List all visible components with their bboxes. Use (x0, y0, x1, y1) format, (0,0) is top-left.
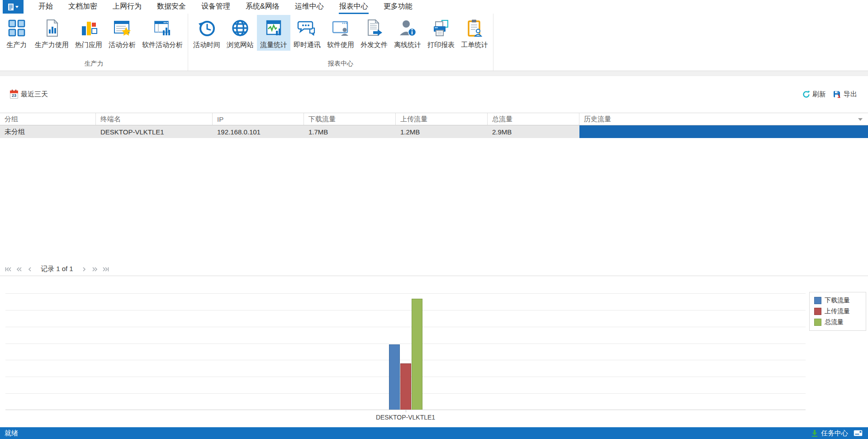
app-menu-button[interactable] (3, 0, 24, 14)
tab-more-features[interactable]: 更多功能 (376, 0, 420, 14)
tab-home[interactable]: 开始 (31, 0, 61, 14)
traffic-chart-section: DESKTOP-VLKTLE1 下载流量 上传流量 总流量 (0, 276, 868, 427)
last-page-button[interactable] (101, 265, 110, 274)
chart-plot: DESKTOP-VLKTLE1 (5, 293, 806, 410)
chart-bar-1 (400, 363, 411, 410)
person-info-icon (397, 17, 418, 39)
window-chart-icon (152, 17, 173, 39)
traffic-pulse-icon (263, 17, 285, 39)
tab-system-network[interactable]: 系统&网络 (238, 0, 287, 14)
cell-history (579, 125, 868, 138)
table-empty-area (0, 138, 868, 262)
ribbon-button-productivity[interactable]: 生产力 (2, 15, 32, 51)
traffic-table: 分组 终端名 IP 下载流量 上传流量 总流量 历史流量 未分组 DESKTOP… (0, 113, 868, 138)
column-dropdown-icon[interactable] (858, 118, 863, 121)
task-center-button[interactable]: 任务中心 (811, 429, 848, 438)
table-header: 分组 终端名 IP 下载流量 上传流量 总流量 历史流量 (0, 113, 868, 125)
bar-chart-icon (78, 17, 100, 39)
export-save-icon (833, 91, 841, 98)
ribbon-button-outgoing-files[interactable]: 外发文件 (357, 15, 391, 51)
column-header-download[interactable]: 下载流量 (304, 113, 396, 125)
first-page-button[interactable] (4, 265, 13, 274)
legend-swatch-2 (814, 319, 821, 326)
window-person-icon (330, 17, 351, 39)
history-traffic-bar (579, 125, 868, 138)
cell-total: 2.9MB (488, 125, 579, 138)
legend-swatch-1 (814, 308, 821, 315)
refresh-icon (802, 91, 810, 98)
chart-legend: 下载流量 上传流量 总流量 (809, 292, 866, 331)
tab-bar: 开始 文档加密 上网行为 数据安全 设备管理 系统&网络 运维中心 报表中心 更… (0, 0, 868, 14)
minimized-window-icon[interactable] (854, 430, 863, 436)
ribbon-group-label-report-center: 报表中心 (190, 58, 491, 71)
export-button[interactable]: 导出 (833, 90, 857, 99)
status-bar: 就绪 任务中心 (0, 427, 868, 439)
ribbon-button-productivity-usage[interactable]: 生产力使用 (32, 15, 72, 51)
legend-item-download: 下载流量 (814, 296, 861, 305)
document-chart-icon (41, 17, 63, 39)
ribbon-tabs: 开始 文档加密 上网行为 数据安全 设备管理 系统&网络 运维中心 报表中心 更… (31, 0, 420, 14)
ribbon-button-activity-time[interactable]: 活动时间 (190, 15, 223, 51)
x-axis-category-label: DESKTOP-VLKTLE1 (376, 414, 435, 421)
next-page-button[interactable] (80, 265, 89, 274)
chart-bar-0 (389, 344, 400, 410)
ribbon-button-browse-websites[interactable]: 浏览网站 (223, 15, 257, 51)
legend-item-total: 总流量 (814, 318, 861, 326)
tab-ops-center[interactable]: 运维中心 (287, 0, 332, 14)
ribbon-group-label-productivity: 生产力 (2, 58, 186, 71)
ribbon-button-software-usage[interactable]: 软件使用 (324, 15, 357, 51)
ribbon-button-print-report[interactable]: 打印报表 (424, 15, 458, 51)
chat-icon (296, 17, 318, 39)
column-header-upload[interactable]: 上传流量 (396, 113, 488, 125)
pagination-bar: 记录 1 of 1 (0, 262, 868, 276)
ribbon: 生产力 生产力使用 热门应用 活动分析 (0, 14, 868, 71)
clock-history-icon (196, 17, 218, 39)
fast-prev-page-button[interactable] (14, 265, 24, 274)
date-range-label: 最近三天 (21, 90, 48, 99)
chart-bar-2 (412, 299, 422, 410)
record-count-label: 记录 1 of 1 (36, 265, 78, 273)
panel-star-icon (111, 17, 133, 39)
download-icon (811, 429, 818, 437)
printer-icon (430, 17, 452, 39)
table-row[interactable]: 未分组 DESKTOP-VLKTLE1 192.168.0.101 1.7MB … (0, 125, 868, 138)
column-header-group[interactable]: 分组 (0, 113, 96, 125)
clipboard-person-icon (464, 17, 485, 39)
fast-next-page-button[interactable] (90, 265, 100, 274)
tab-web-behavior[interactable]: 上网行为 (105, 0, 149, 14)
globe-icon (229, 17, 251, 39)
ribbon-button-traffic-statistics[interactable]: 流量统计 (257, 15, 290, 51)
column-header-ip[interactable]: IP (213, 113, 304, 125)
column-header-total[interactable]: 总流量 (488, 113, 579, 125)
ribbon-group-productivity: 生产力 生产力使用 热门应用 活动分析 (0, 14, 188, 71)
ribbon-button-software-activity-analysis[interactable]: 软件活动分析 (139, 15, 186, 51)
document-arrow-icon (363, 17, 385, 39)
cell-group: 未分组 (0, 125, 96, 138)
column-header-terminal[interactable]: 终端名 (96, 113, 213, 125)
tab-device-management[interactable]: 设备管理 (194, 0, 238, 14)
cell-download: 1.7MB (304, 125, 396, 138)
date-range-filter[interactable]: 23 最近三天 (10, 90, 48, 99)
ribbon-group-report-center: 活动时间 浏览网站 流量统计 即时通讯 (188, 14, 493, 71)
chevron-down-icon (15, 6, 19, 8)
refresh-button[interactable]: 刷新 (802, 90, 826, 99)
ribbon-button-activity-analysis[interactable]: 活动分析 (105, 15, 139, 51)
cell-ip: 192.168.0.101 (213, 125, 304, 138)
status-ready-label: 就绪 (5, 429, 18, 438)
column-header-history[interactable]: 历史流量 (579, 113, 868, 125)
ribbon-button-work-order-statistics[interactable]: 工单统计 (458, 15, 491, 51)
ribbon-button-hot-apps[interactable]: 热门应用 (72, 15, 105, 51)
cell-upload: 1.2MB (396, 125, 488, 138)
x-axis-tick (406, 410, 406, 412)
document-menu-icon (8, 3, 14, 11)
ribbon-button-offline-statistics[interactable]: 离线统计 (391, 15, 424, 51)
grid-icon (6, 17, 28, 39)
calendar-icon: 23 (10, 91, 18, 99)
legend-swatch-0 (814, 297, 821, 304)
tab-data-security[interactable]: 数据安全 (149, 0, 194, 14)
tab-doc-encryption[interactable]: 文档加密 (61, 0, 105, 14)
tab-report-center[interactable]: 报表中心 (332, 0, 376, 14)
filter-toolbar: 23 最近三天 刷新 导出 (0, 76, 868, 113)
prev-page-button[interactable] (25, 265, 34, 274)
ribbon-button-instant-messaging[interactable]: 即时通讯 (290, 15, 324, 51)
